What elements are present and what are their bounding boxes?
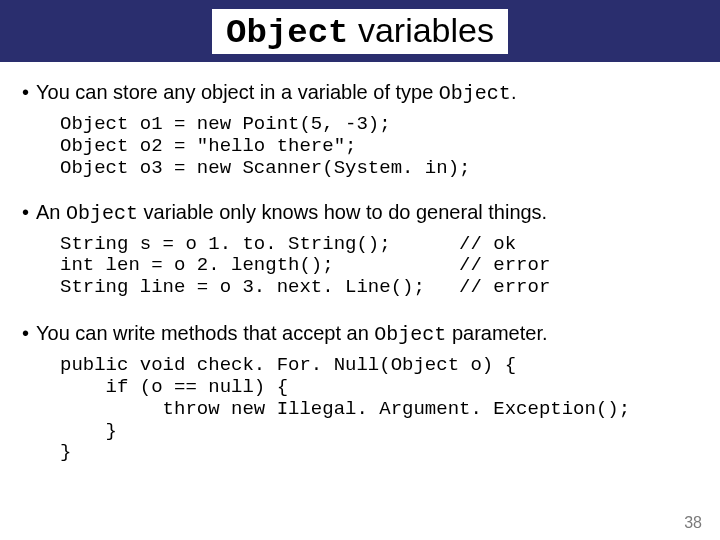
code-block-1: Object o1 = new Point(5, -3); Object o2 … — [60, 114, 700, 180]
bullet-1: •You can store any object in a variable … — [22, 80, 700, 106]
bullet-2-pre: An — [36, 201, 66, 223]
title-bar: Object variables — [0, 0, 720, 62]
bullet-dot: • — [22, 200, 36, 225]
bullet-2: •An Object variable only knows how to do… — [22, 200, 700, 226]
slide-content: •You can store any object in a variable … — [0, 62, 720, 464]
bullet-3-post: parameter. — [446, 322, 547, 344]
code-block-3: public void check. For. Null(Object o) {… — [60, 355, 700, 464]
title-rest: variables — [348, 11, 494, 49]
bullet-1-mono: Object — [439, 82, 511, 105]
code-block-2: String s = o 1. to. String(); // ok int … — [60, 234, 700, 300]
bullet-3: •You can write methods that accept an Ob… — [22, 321, 700, 347]
bullet-3-pre: You can write methods that accept an — [36, 322, 374, 344]
bullet-dot: • — [22, 321, 36, 346]
slide-title: Object variables — [212, 9, 508, 54]
bullet-3-mono: Object — [374, 323, 446, 346]
bullet-2-mono: Object — [66, 202, 138, 225]
bullet-2-post: variable only knows how to do general th… — [138, 201, 547, 223]
bullet-1-pre: You can store any object in a variable o… — [36, 81, 439, 103]
bullet-1-post: . — [511, 81, 517, 103]
bullet-dot: • — [22, 80, 36, 105]
title-mono: Object — [226, 14, 348, 52]
page-number: 38 — [684, 514, 702, 532]
